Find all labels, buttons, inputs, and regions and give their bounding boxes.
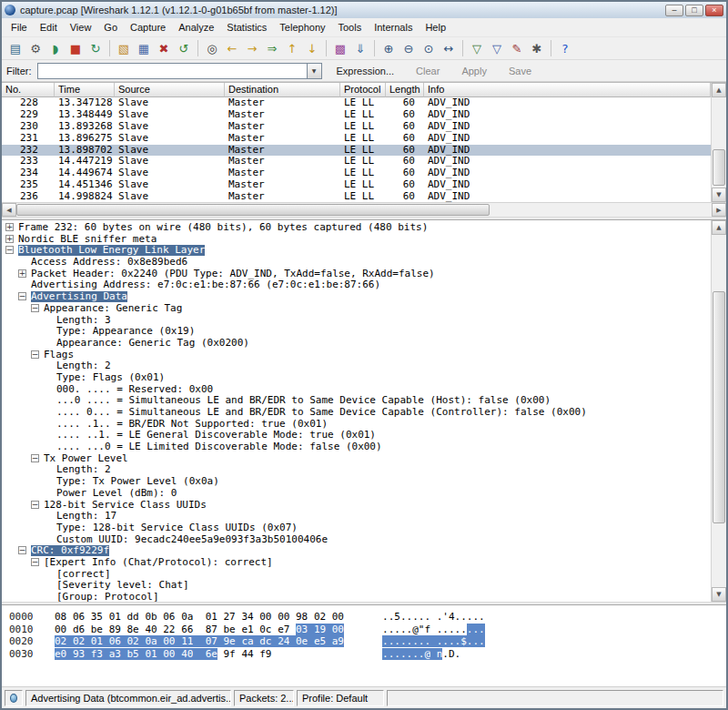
scrollbar-thumb[interactable] <box>713 291 725 523</box>
hscrollbar-thumb[interactable] <box>16 204 490 216</box>
collapse-icon[interactable]: − <box>18 546 26 554</box>
hex-byte[interactable]: 02 <box>55 635 66 647</box>
packet-row-233[interactable]: 23314.447219SlaveMasterLE LL60ADV_IND <box>2 156 711 167</box>
packet-row-229[interactable]: 22913.348449SlaveMasterLE LL60ADV_IND <box>2 109 711 121</box>
ascii-char[interactable]: . <box>382 648 389 660</box>
hex-byte[interactable]: be <box>91 624 103 635</box>
clear-button[interactable]: Clear <box>409 63 447 79</box>
menu-statistics[interactable]: Statistics <box>220 19 273 36</box>
ascii-char[interactable]: @ <box>424 648 430 660</box>
tree-line[interactable]: Type: 128-bit Service Class UUIDs (0x07) <box>2 522 711 534</box>
menu-view[interactable]: View <box>64 19 98 36</box>
ascii-char[interactable]: . <box>382 611 389 623</box>
scrollbar-track[interactable] <box>712 97 726 188</box>
hex-byte[interactable]: 02 <box>314 611 326 623</box>
tree-line[interactable]: Type: Tx Power Level (0x0a) <box>2 476 711 488</box>
menu-tools[interactable]: Tools <box>332 19 369 36</box>
ascii-char[interactable]: . <box>400 611 407 623</box>
hex-byte[interactable]: 06 <box>163 611 175 623</box>
scroll-down-button[interactable]: ▼ <box>712 188 726 202</box>
help-icon[interactable]: ? <box>555 38 575 58</box>
hex-byte[interactable]: 07 <box>206 635 217 647</box>
menu-file[interactable]: File <box>5 19 34 36</box>
ascii-char[interactable]: $ <box>460 635 467 647</box>
tree-line[interactable]: Power Level (dBm): 0 <box>2 488 711 500</box>
hex-byte[interactable]: ca <box>241 635 253 647</box>
hex-byte[interactable]: f3 <box>91 648 103 660</box>
hex-byte[interactable]: 35 <box>91 611 103 623</box>
ascii-char[interactable] <box>430 648 437 660</box>
expert-info-button[interactable] <box>5 690 23 706</box>
capture-start-icon[interactable]: ◗ <box>46 38 66 58</box>
tree-line[interactable]: −128-bit Service Class UUIDs <box>2 500 711 512</box>
tree-line[interactable]: +Nordic BLE sniffer meta <box>2 234 711 246</box>
packet-row-235[interactable]: 23514.451346SlaveMasterLE LL60ADV_IND <box>2 179 711 191</box>
hex-byte[interactable]: dd <box>127 611 139 623</box>
tree-line[interactable]: −Tx Power Level <box>2 453 711 465</box>
tree-line[interactable]: .... .1.. = BR/EDR Not Supported: true (… <box>2 419 711 431</box>
ascii-char[interactable] <box>430 635 437 647</box>
hex-byte[interactable]: 98 <box>296 611 308 623</box>
find-packet-icon[interactable]: ◎ <box>202 38 222 58</box>
hex-byte[interactable]: 0a <box>145 635 157 647</box>
maximize-button[interactable]: □ <box>685 5 703 16</box>
scroll-up-button[interactable]: ▲ <box>712 83 726 97</box>
hex-byte[interactable]: 27 <box>224 611 236 623</box>
hex-byte[interactable]: 6e <box>206 648 217 660</box>
hex-byte[interactable]: 01 <box>145 648 157 660</box>
hex-byte[interactable]: 9f <box>224 648 236 660</box>
tree-line[interactable]: [correct] <box>2 569 711 581</box>
collapse-icon[interactable]: − <box>5 246 14 254</box>
packet-row-231[interactable]: 23113.896275SlaveMasterLE LL60ADV_IND <box>2 133 711 145</box>
tree-line[interactable]: −Flags <box>2 350 711 361</box>
expand-icon[interactable]: + <box>5 223 14 231</box>
hex-byte[interactable]: d6 <box>73 624 85 635</box>
tree-line[interactable]: Length: 2 <box>2 464 711 476</box>
scroll-right-button[interactable]: ▶ <box>712 203 726 217</box>
packet-list-scrollbar[interactable]: ▲ ▼ <box>711 83 726 202</box>
hex-byte[interactable]: e0 <box>55 648 66 660</box>
column-header-source[interactable]: Source <box>115 83 225 97</box>
close-button[interactable]: × <box>705 5 723 16</box>
column-header-time[interactable]: Time <box>55 83 115 97</box>
auto-scroll-icon[interactable]: ⇓ <box>350 38 370 58</box>
expand-icon[interactable]: + <box>18 269 26 278</box>
ascii-char[interactable]: . <box>442 648 449 660</box>
hex-byte[interactable]: 89 <box>109 624 121 635</box>
tree-line[interactable]: +Frame 232: 60 bytes on wire (480 bits),… <box>2 222 711 234</box>
tree-line[interactable]: [Group: Protocol] <box>2 592 711 602</box>
packet-row-232[interactable]: 23213.898702SlaveMasterLE LL60ADV_IND <box>2 145 711 157</box>
expression-button[interactable]: Expression... <box>329 63 402 79</box>
hex-byte[interactable]: 0e <box>296 635 308 647</box>
ascii-char[interactable]: . <box>455 648 461 660</box>
ascii-char[interactable]: . <box>412 635 419 647</box>
hex-byte[interactable]: 11 <box>181 635 193 647</box>
tree-line[interactable]: [Severity level: Chat] <box>2 580 711 592</box>
filter-input[interactable] <box>37 63 307 79</box>
collapse-icon[interactable]: − <box>31 501 39 509</box>
hex-byte[interactable]: 03 <box>296 624 308 635</box>
tree-line[interactable]: .... 0... = Simultaneous LE and BR/EDR t… <box>2 407 711 419</box>
hex-byte[interactable]: a3 <box>109 648 121 660</box>
scroll-left-button[interactable]: ◀ <box>2 203 16 217</box>
hex-byte[interactable]: 00 <box>55 624 66 635</box>
resize-columns-icon[interactable]: ↔ <box>439 38 459 58</box>
tree-line[interactable]: Appearance: Generic Tag (0x0200) <box>2 338 711 350</box>
ascii-char[interactable]: . <box>472 624 479 635</box>
ascii-char[interactable]: 5 <box>394 611 400 623</box>
go-last-packet-icon[interactable]: ↓ <box>302 38 322 58</box>
hex-byte[interactable]: 66 <box>181 624 193 635</box>
tree-line[interactable]: −CRC: 0xf9229f <box>2 545 711 557</box>
hex-byte[interactable]: 00 <box>332 624 344 635</box>
tree-line[interactable]: Length: 3 <box>2 315 711 327</box>
tree-line[interactable]: 000. .... = Reserved: 0x00 <box>2 384 711 396</box>
hex-byte[interactable]: 00 <box>332 611 344 623</box>
menu-go[interactable]: Go <box>97 19 124 36</box>
save-capture-icon[interactable]: ▦ <box>134 38 154 58</box>
tree-line[interactable]: −[Expert Info (Chat/Protocol): correct] <box>2 557 711 569</box>
ascii-char[interactable]: . <box>394 635 400 647</box>
tree-line[interactable]: −Advertising Data <box>2 291 711 303</box>
hex-row-0010[interactable]: 001000 d6 be 89 8e 40 22 66 87 be e1 0c … <box>9 624 726 636</box>
status-profile[interactable]: Profile: Default <box>297 690 384 706</box>
zoom-out-icon[interactable]: ⊖ <box>399 38 419 58</box>
